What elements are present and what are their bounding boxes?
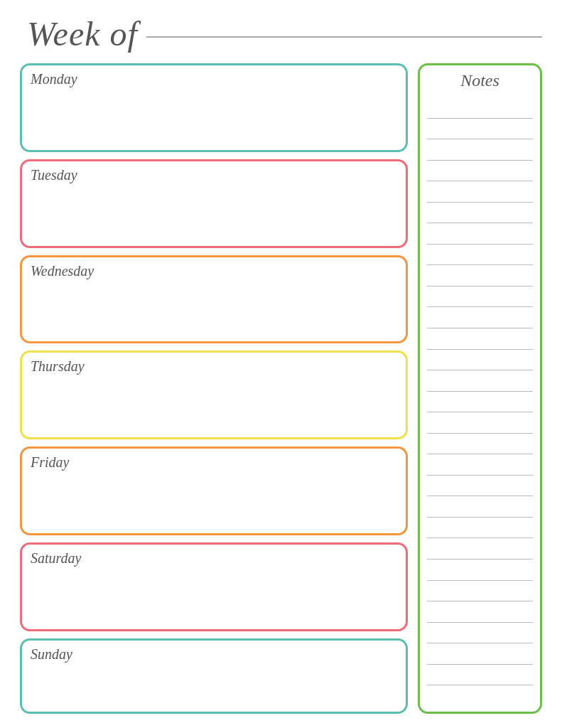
notes-line — [427, 160, 533, 161]
notes-line — [427, 454, 533, 454]
days-column: MondayTuesdayWednesdayThursdayFridaySatu… — [20, 63, 408, 714]
day-label-wednesday: Wednesday — [31, 263, 94, 279]
notes-lines — [427, 97, 533, 706]
header: Week of — [20, 14, 542, 53]
notes-line — [427, 202, 533, 203]
day-box-tuesday[interactable]: Tuesday — [20, 159, 408, 248]
notes-line — [427, 306, 533, 307]
notes-line — [427, 349, 533, 350]
notes-line — [427, 181, 533, 181]
notes-line — [427, 118, 533, 119]
day-box-sunday[interactable]: Sunday — [20, 638, 408, 714]
notes-line — [427, 496, 533, 496]
notes-line — [427, 412, 533, 412]
notes-line — [427, 622, 533, 623]
notes-line — [427, 580, 533, 581]
notes-line — [427, 517, 533, 518]
day-label-monday: Monday — [31, 71, 77, 87]
notes-line — [427, 264, 533, 265]
weekly-planner-page: Week of MondayTuesdayWednesdayThursdayFr… — [0, 0, 562, 728]
main-content: MondayTuesdayWednesdayThursdayFridaySatu… — [20, 63, 542, 714]
notes-line — [427, 537, 533, 538]
notes-line — [427, 139, 533, 139]
notes-line — [427, 328, 533, 328]
day-label-thursday: Thursday — [31, 358, 85, 374]
day-box-monday[interactable]: Monday — [20, 63, 408, 152]
notes-line — [427, 559, 533, 560]
day-box-wednesday[interactable]: Wednesday — [20, 255, 408, 344]
notes-title: Notes — [460, 71, 499, 90]
notes-line — [427, 391, 533, 392]
day-label-sunday: Sunday — [31, 646, 72, 662]
page-title: Week of — [27, 14, 138, 53]
header-underline — [146, 36, 542, 38]
notes-line — [427, 685, 533, 685]
day-box-thursday[interactable]: Thursday — [20, 350, 408, 439]
notes-line — [427, 664, 533, 665]
notes-line — [427, 223, 533, 223]
notes-line — [427, 475, 533, 476]
notes-line — [427, 286, 533, 287]
day-box-saturday[interactable]: Saturday — [20, 542, 408, 631]
notes-line — [427, 244, 533, 245]
day-label-friday: Friday — [31, 454, 69, 470]
notes-line — [427, 370, 533, 370]
day-label-tuesday: Tuesday — [31, 167, 77, 183]
notes-line — [427, 643, 533, 643]
notes-line — [427, 433, 533, 434]
day-label-saturday: Saturday — [31, 550, 81, 566]
notes-column[interactable]: Notes — [418, 63, 542, 714]
notes-line — [427, 601, 533, 601]
day-box-friday[interactable]: Friday — [20, 446, 408, 535]
